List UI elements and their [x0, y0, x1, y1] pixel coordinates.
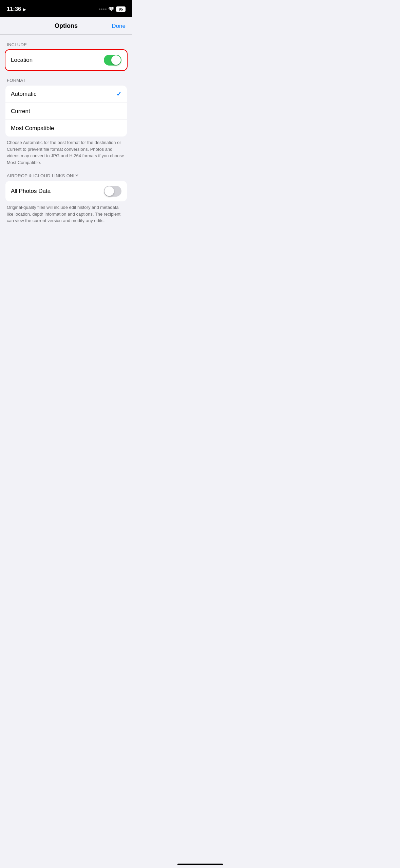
format-most-compatible-label: Most Compatible — [11, 125, 54, 132]
all-photos-card: All Photos Data — [5, 181, 127, 201]
format-current-row[interactable]: Current — [5, 103, 127, 120]
format-current-label: Current — [11, 108, 30, 115]
checkmark-icon: ✓ — [116, 90, 121, 98]
airdrop-section-label: AIRDROP & ICLOUD LINKS ONLY — [7, 173, 132, 178]
nav-header: Options Done — [0, 17, 132, 35]
airdrop-description: Original-quality files will include edit… — [7, 204, 126, 224]
format-description: Choose Automatic for the best format for… — [7, 139, 126, 166]
format-section-label: FORMAT — [7, 78, 132, 83]
status-time: 11:36 — [7, 6, 21, 12]
status-left: 11:36 ▶ — [7, 6, 26, 13]
location-toggle[interactable] — [104, 55, 121, 66]
airdrop-section: AIRDROP & ICLOUD LINKS ONLY All Photos D… — [0, 173, 132, 224]
battery-icon: 95 — [116, 6, 126, 12]
all-photos-label: All Photos Data — [11, 188, 51, 195]
location-card: Location — [5, 50, 127, 70]
all-photos-toggle[interactable] — [104, 186, 121, 197]
format-automatic-label: Automatic — [11, 91, 37, 97]
include-section: INCLUDE Location — [0, 42, 132, 70]
wifi-icon — [109, 6, 114, 12]
location-row[interactable]: Location — [5, 50, 127, 70]
format-card: Automatic ✓ Current Most Compatible — [5, 86, 127, 137]
page-title: Options — [55, 22, 78, 30]
all-photos-toggle-thumb — [104, 186, 114, 196]
status-bar: 11:36 ▶ 95 — [0, 0, 132, 17]
format-most-compatible-row[interactable]: Most Compatible — [5, 120, 127, 137]
signal-icon — [99, 8, 107, 10]
toggle-thumb — [111, 55, 121, 65]
format-automatic-row[interactable]: Automatic ✓ — [5, 86, 127, 103]
done-button[interactable]: Done — [112, 23, 126, 30]
format-section: FORMAT Automatic ✓ Current Most Compatib… — [0, 78, 132, 166]
location-label: Location — [11, 57, 33, 64]
battery-level: 95 — [116, 6, 126, 12]
location-arrow-icon: ▶ — [23, 7, 26, 12]
include-section-label: INCLUDE — [7, 42, 132, 47]
all-photos-row[interactable]: All Photos Data — [5, 181, 127, 201]
status-icons: 95 — [99, 6, 126, 12]
